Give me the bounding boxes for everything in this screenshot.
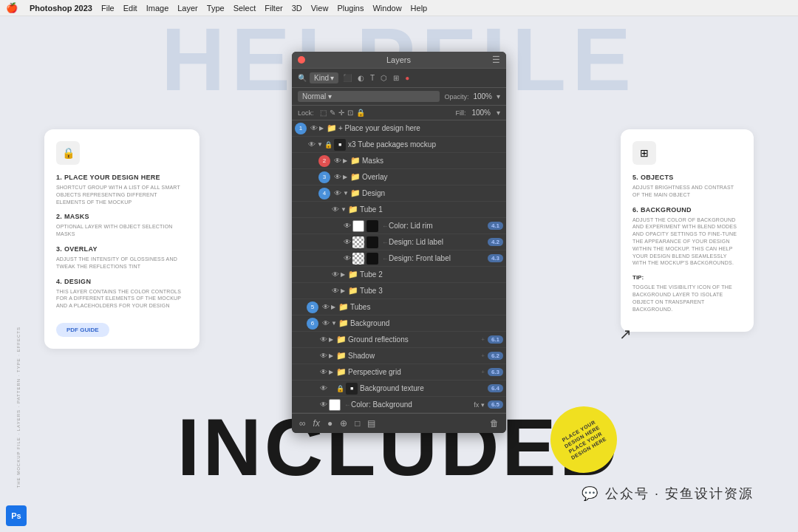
- delete-layer-button[interactable]: 🗑: [488, 417, 500, 430]
- blend-mode-dropdown[interactable]: Normal ▾: [298, 91, 440, 102]
- layer-item[interactable]: 👁 ▶ 📁 Ground reflections + 6.1: [292, 332, 506, 348]
- left-info-card: 🔒 1. PLACE YOUR DESIGN HERE SHORTCUT GRO…: [44, 129, 200, 349]
- menu-help[interactable]: Help: [411, 4, 428, 13]
- fill-value[interactable]: 100%: [471, 109, 491, 117]
- expand-arrow[interactable]: ▼: [341, 206, 348, 213]
- visibility-icon[interactable]: 👁: [342, 238, 352, 246]
- layer-item[interactable]: 3 👁 ▶ 📁 Overlay: [292, 169, 506, 185]
- pdf-guide-button[interactable]: PDF GUIDE: [56, 323, 109, 337]
- menu-view[interactable]: View: [311, 4, 329, 13]
- link-layers-button[interactable]: ∞: [298, 417, 307, 430]
- folder-icon: 📁: [336, 351, 347, 361]
- new-group-button[interactable]: □: [353, 417, 361, 430]
- layer-item[interactable]: 👁 ▼ 🔒 ■ x3 Tube packages mockup: [292, 137, 506, 153]
- expand-arrow[interactable]: ▶: [329, 336, 336, 343]
- menu-filter[interactable]: Filter: [265, 4, 282, 13]
- menu-layer[interactable]: Layer: [177, 4, 198, 13]
- new-layer-button[interactable]: ▤: [366, 417, 377, 430]
- opacity-value[interactable]: 100%: [473, 92, 492, 100]
- visibility-icon[interactable]: 👁: [332, 189, 343, 197]
- layer-item[interactable]: 👁 ▼ 📁 Tube 1: [292, 202, 506, 218]
- menu-bar: 🍎 Photoshop 2023 File Edit Image Layer T…: [0, 0, 798, 16]
- visibility-icon[interactable]: 👁: [342, 222, 352, 230]
- lock-artboard-icon[interactable]: ⊡: [347, 109, 353, 117]
- panel-menu-icon[interactable]: ☰: [492, 55, 500, 65]
- layer-item[interactable]: 👁 ← Color: Background fx ▾ 6.5: [292, 397, 506, 413]
- visibility-icon[interactable]: 👁: [342, 254, 352, 262]
- layer-item[interactable]: 👁 ← Color: Lid rim 4.1: [292, 218, 506, 234]
- layer-item[interactable]: 6 👁 ▼ 📁 Background: [292, 316, 506, 332]
- visibility-icon[interactable]: 👁: [332, 173, 343, 181]
- lock-pixels-icon[interactable]: ✎: [330, 109, 335, 117]
- expand-arrow[interactable]: ▼: [317, 141, 324, 148]
- layer-name: Design: Front label: [389, 254, 485, 262]
- design-circle: PLACE YOURDESIGN HEREPLACE YOURDESIGN HE…: [539, 395, 630, 485]
- search-kind-dropdown[interactable]: Kind ▾: [310, 72, 338, 83]
- menu-edit[interactable]: Edit: [123, 4, 137, 13]
- add-mask-button[interactable]: ●: [326, 417, 334, 430]
- layer-item[interactable]: 1 👁 ▶ 📁 + Place your design here: [292, 120, 506, 137]
- layer-item[interactable]: 👁 ← Design: Front label 4.3: [292, 250, 506, 267]
- visibility-icon[interactable]: 👁: [332, 157, 343, 165]
- menu-window[interactable]: Window: [372, 4, 401, 13]
- expand-arrow[interactable]: ▼: [331, 320, 338, 327]
- lock-all-icon[interactable]: 🔒: [356, 109, 365, 117]
- layer-name: Masks: [362, 157, 503, 165]
- apple-menu[interactable]: 🍎: [6, 2, 18, 13]
- expand-arrow[interactable]: ▼: [343, 190, 350, 197]
- filter-smartobject-icon[interactable]: ⊞: [392, 73, 400, 83]
- visibility-icon[interactable]: 👁: [309, 124, 319, 132]
- expand-arrow[interactable]: ▶: [341, 287, 348, 294]
- visibility-icon[interactable]: 👁: [321, 303, 331, 311]
- expand-arrow[interactable]: ▶: [341, 271, 348, 278]
- expand-arrow[interactable]: ▶: [343, 157, 350, 164]
- new-adjustment-button[interactable]: ⊕: [338, 417, 349, 430]
- filter-adjustment-icon[interactable]: ◐: [356, 73, 366, 83]
- expand-arrow[interactable]: ▶: [329, 369, 336, 375]
- filter-shape-icon[interactable]: ⬡: [379, 73, 389, 83]
- layer-item[interactable]: 👁 ▶ 📁 Perspective grid + 6.3: [292, 364, 506, 381]
- visibility-icon[interactable]: 👁: [318, 335, 329, 344]
- panel-titlebar: Layers ☰: [292, 52, 506, 69]
- visibility-icon[interactable]: 👁: [318, 368, 329, 376]
- layer-item[interactable]: 👁 ← Design: Lid label 4.2: [292, 234, 506, 250]
- layer-item[interactable]: 👁 ▶ 📁 Tube 3: [292, 283, 506, 299]
- filter-pixel-icon[interactable]: ⬛: [341, 73, 353, 83]
- menu-file[interactable]: File: [101, 4, 115, 13]
- visibility-icon[interactable]: 👁: [318, 352, 329, 360]
- visibility-icon[interactable]: 👁: [330, 287, 341, 295]
- expand-arrow[interactable]: ▶: [319, 125, 327, 132]
- visibility-icon[interactable]: 👁: [330, 205, 341, 214]
- folder-icon: 📁: [336, 335, 347, 344]
- layer-item[interactable]: 2 👁 ▶ 📁 Masks: [292, 153, 506, 169]
- filter-type-icon[interactable]: T: [369, 73, 376, 83]
- layer-thumbnail: ■: [346, 383, 358, 395]
- layer-item[interactable]: 👁 ▶ 📁 Tube 2: [292, 267, 506, 283]
- layer-item[interactable]: 4 👁 ▼ 📁 Design: [292, 185, 506, 202]
- menu-plugins[interactable]: Plugins: [337, 4, 364, 13]
- layer-item[interactable]: 👁 ▶ 📁 Shadow + 6.2: [292, 348, 506, 364]
- watermark-chinese: 💬 公众号 · 安鱼设计资源: [582, 485, 754, 502]
- visibility-icon[interactable]: 👁: [307, 140, 317, 149]
- menu-image[interactable]: Image: [146, 4, 169, 13]
- expand-arrow[interactable]: ▶: [331, 304, 338, 310]
- visibility-icon[interactable]: 👁: [318, 400, 329, 409]
- visibility-icon[interactable]: 👁: [330, 270, 341, 279]
- left-card-desc2: OPTIONAL LAYER WITH OBJECT SELECTION MAS…: [56, 223, 188, 238]
- right-card-desc5: ADJUST BRIGHTNESS AND CONTRAST OF THE MA…: [632, 184, 742, 199]
- layer-item[interactable]: 5 👁 ▶ 📁 Tubes: [292, 299, 506, 316]
- expand-arrow[interactable]: ▶: [343, 174, 350, 180]
- lock-position-icon[interactable]: ✛: [338, 109, 344, 117]
- expand-arrow[interactable]: ▶: [329, 352, 336, 359]
- panel-close-button[interactable]: [298, 56, 305, 64]
- filter-color-icon[interactable]: ●: [403, 73, 411, 83]
- visibility-icon[interactable]: 👁: [321, 319, 331, 327]
- visibility-icon[interactable]: 👁: [318, 384, 329, 392]
- menu-3d[interactable]: 3D: [292, 4, 302, 13]
- layer-item[interactable]: 👁 🔒 ■ Background texture 6.4: [292, 381, 506, 397]
- menu-select[interactable]: Select: [233, 4, 256, 13]
- lock-transparent-icon[interactable]: ⬚: [320, 109, 327, 117]
- add-fx-button[interactable]: fx: [312, 417, 321, 430]
- layer-thumbnail: [352, 253, 364, 265]
- menu-type[interactable]: Type: [207, 4, 225, 13]
